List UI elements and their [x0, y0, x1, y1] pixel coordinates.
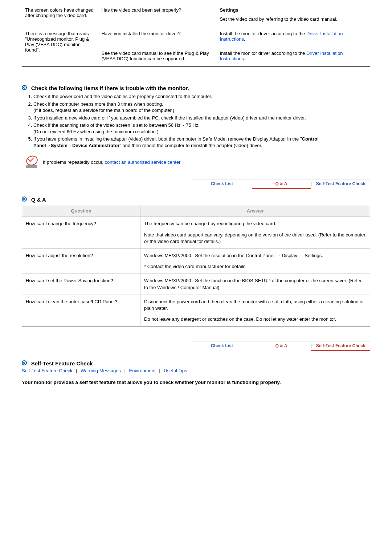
qa-title: Q & A: [31, 197, 46, 203]
link-warning-messages[interactable]: Warning Messages: [81, 368, 121, 373]
self-test-section: Self-Test Feature Check: [22, 360, 370, 366]
settings-text: Set the video card by referring to the v…: [220, 16, 367, 22]
cell-solution-1: Settings. Set the video card by referrin…: [217, 4, 370, 27]
troubleshooting-table: The screen colors have changed after cha…: [22, 4, 370, 67]
bullet-icon: [22, 360, 27, 365]
cell-check-2a: Have you installed the monitor driver?: [98, 27, 217, 47]
qa-header-answer: Answer: [140, 205, 370, 217]
cell-check-1: Has the video card been set properly?: [98, 4, 217, 27]
qa-a1: The frequency can be changed by reconfig…: [140, 217, 370, 249]
tab-check-list[interactable]: Check List: [192, 179, 252, 189]
link-separator: |: [159, 368, 160, 373]
check-item-2: Check if the computer beeps more than 3 …: [33, 101, 370, 114]
link-environment[interactable]: Environment: [129, 368, 156, 373]
note-text: If problems repeatedly occur, contact an…: [43, 159, 181, 165]
tab-self-test[interactable]: Self-Test Feature Check: [311, 341, 370, 351]
link-self-test[interactable]: Self-Test Feature Check: [22, 368, 72, 373]
qa-q3: How can I set the Power Saving function?: [22, 274, 140, 295]
qa-section-header: Q & A: [22, 197, 370, 203]
check-item-3: If you installed a new video card or if …: [33, 115, 370, 121]
tab-nav-1: Check List | Q & A | Self-Test Feature C…: [192, 179, 370, 189]
check-section-title: Check the following items if there is tr…: [31, 85, 189, 91]
self-test-description: Your monitor provides a self test featur…: [22, 379, 370, 386]
check-list: Check if the power cord and the video ca…: [25, 93, 370, 149]
qa-a4: Disconnect the power cord and then clean…: [140, 295, 370, 327]
qa-a2: Windows ME/XP/2000 : Set the resolution …: [140, 248, 370, 274]
link-separator: |: [124, 368, 126, 373]
settings-label: Settings: [220, 7, 238, 13]
link-useful-tips[interactable]: Useful Tips: [164, 368, 187, 373]
check-section: Check the following items if there is tr…: [22, 85, 370, 149]
note-icon: [25, 156, 38, 168]
qa-q2: How can I adjust the resolution?: [22, 248, 140, 274]
bullet-icon: [22, 197, 27, 202]
service-center-link[interactable]: contact an authorized service center: [105, 159, 180, 165]
qa-header-question: Question: [22, 205, 140, 217]
cell-symptom-2: There is a message that reads "Unrecogni…: [22, 27, 99, 67]
check-item-4: Check if the scanning ratio of the video…: [33, 122, 370, 135]
tab-qa[interactable]: Q & A: [252, 341, 311, 351]
cell-solution-2a: Install the monitor driver according to …: [217, 27, 370, 47]
cell-solution-2b: Install the monitor driver according to …: [217, 47, 370, 67]
self-test-links: Self-Test Feature Check | Warning Messag…: [22, 368, 370, 373]
bullet-icon: [22, 85, 27, 90]
tab-self-test[interactable]: Self-Test Feature Check: [311, 179, 370, 189]
link-separator: |: [76, 368, 77, 373]
self-test-title: Self-Test Feature Check: [31, 360, 93, 366]
qa-a3: Windows ME/XP/2000 : Set the function in…: [140, 274, 370, 295]
tab-check-list[interactable]: Check List: [192, 341, 252, 351]
check-item-1: Check if the power cord and the video ca…: [33, 93, 370, 100]
cell-check-2b: See the video card manual to see if the …: [98, 47, 217, 67]
tab-qa[interactable]: Q & A: [252, 179, 311, 189]
tab-nav-2: Check List | Q & A | Self-Test Feature C…: [192, 341, 370, 351]
qa-q1: How can I change the frequency?: [22, 217, 140, 249]
qa-table: Question Answer How can I change the fre…: [22, 205, 370, 327]
qa-q4: How can I clean the outer case/LCD Panel…: [22, 295, 140, 327]
check-item-5: If you have problems in installing the a…: [33, 136, 370, 149]
cell-symptom-1: The screen colors have changed after cha…: [22, 4, 99, 27]
note-row: If problems repeatedly occur, contact an…: [25, 156, 370, 168]
